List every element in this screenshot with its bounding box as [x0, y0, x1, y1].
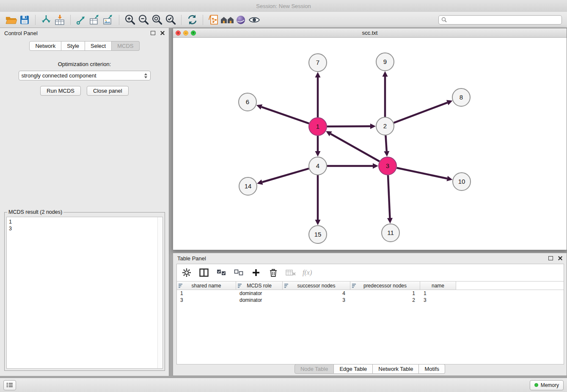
delete-column-button[interactable]	[268, 267, 279, 278]
column-header-shared-name[interactable]: shared name	[177, 282, 236, 290]
add-column-button[interactable]	[250, 267, 261, 278]
open-session-button[interactable]	[4, 14, 18, 26]
zoom-selected-button[interactable]	[164, 14, 177, 26]
zoom-out-button[interactable]	[137, 14, 150, 26]
new-network-from-selection-button[interactable]	[207, 14, 220, 26]
edge-arrowhead	[370, 124, 376, 129]
column-type-icon	[352, 284, 357, 288]
edge-3-10[interactable]	[397, 168, 447, 179]
vizmap-button[interactable]	[234, 14, 248, 26]
column-label: name	[432, 283, 444, 289]
table-cell[interactable]: 3	[420, 297, 456, 304]
table-cell[interactable]: dominator	[236, 297, 283, 304]
table-toolbar: f(x)	[177, 264, 564, 281]
column-header-mcds-role[interactable]: MCDS role	[236, 282, 283, 290]
zoom-in-button[interactable]	[123, 14, 137, 26]
tab-select[interactable]: Select	[85, 41, 112, 51]
import-network-from-file-button[interactable]	[39, 14, 53, 26]
column-header-name[interactable]: name	[420, 282, 456, 290]
table-settings-button[interactable]	[181, 267, 192, 278]
table-cell[interactable]: 1	[350, 290, 420, 297]
list-icon	[6, 382, 13, 388]
network-window-title: scc.txt	[173, 30, 567, 36]
edge-3-11[interactable]	[388, 175, 390, 218]
close-panel-icon[interactable]	[558, 256, 562, 260]
network-node-14[interactable]: 14	[239, 177, 257, 195]
edge-1-2[interactable]	[327, 126, 370, 127]
tab-style[interactable]: Style	[61, 41, 85, 51]
close-panel-button[interactable]: Close panel	[87, 86, 129, 96]
edge-arrowhead	[373, 163, 378, 169]
table-cell[interactable]: 3	[177, 297, 236, 304]
network-node-11[interactable]: 11	[382, 224, 399, 242]
column-header-successor-nodes[interactable]: successor nodes	[283, 282, 350, 290]
table-cell[interactable]: 4	[283, 290, 350, 297]
criterion-dropdown[interactable]: strongly connected component	[19, 71, 151, 80]
zoom-fit-button[interactable]	[150, 14, 164, 26]
network-node-1[interactable]: 1	[309, 118, 327, 135]
task-history-button[interactable]	[3, 380, 16, 390]
run-mcds-button[interactable]: Run MCDS	[40, 86, 81, 96]
column-header-predecessor-nodes[interactable]: predecessor nodes	[350, 282, 420, 290]
table-cell[interactable]: 1	[177, 290, 236, 297]
scrollbar-track[interactable]	[157, 217, 162, 368]
network-node-3[interactable]: 3	[379, 157, 396, 175]
network-node-10[interactable]: 10	[453, 173, 471, 190]
table-cell[interactable]: 2	[350, 297, 420, 304]
svg-text:9: 9	[383, 58, 387, 65]
column-type-icon	[179, 284, 183, 288]
memory-button[interactable]: Memory	[530, 380, 564, 390]
tab-mcds[interactable]: MCDS	[112, 41, 139, 51]
edge-arrowhead	[256, 104, 262, 109]
tab-edge-table[interactable]: Edge Table	[334, 364, 373, 374]
mcds-buttons-row: Run MCDS Close panel	[0, 86, 169, 96]
edge-4-14[interactable]	[262, 168, 309, 182]
float-panel-icon[interactable]	[548, 256, 553, 260]
select-all-button[interactable]	[216, 267, 227, 278]
show-hide-button[interactable]	[248, 14, 261, 26]
network-node-7[interactable]: 7	[309, 54, 327, 72]
deselect-all-button[interactable]	[233, 267, 244, 278]
network-canvas[interactable]: 7968124314101511	[173, 38, 567, 250]
trash-icon	[269, 268, 278, 277]
edge-2-8[interactable]	[394, 102, 448, 123]
apply-layout-button[interactable]	[185, 14, 199, 26]
table-row[interactable]: 3dominator323	[177, 297, 564, 304]
tab-motifs[interactable]: Motifs	[419, 364, 445, 374]
network-node-15[interactable]: 15	[309, 226, 327, 243]
edge-2-3[interactable]	[385, 135, 386, 151]
edge-1-6[interactable]	[261, 107, 309, 124]
tab-network[interactable]: Network	[29, 41, 61, 51]
tab-node-table[interactable]: Node Table	[295, 364, 334, 374]
mcds-result-line: 1	[9, 218, 160, 225]
tab-network-table[interactable]: Network Table	[373, 364, 419, 374]
table-cell[interactable]: 1	[420, 290, 456, 297]
import-table-from-file-button[interactable]	[53, 14, 66, 26]
delete-table-button[interactable]	[285, 267, 296, 278]
two-houses-icon	[220, 15, 234, 25]
network-node-4[interactable]: 4	[309, 157, 327, 175]
table-cell[interactable]: 3	[283, 297, 350, 304]
table-row[interactable]: 1dominator411	[177, 290, 564, 297]
export-image-button[interactable]	[102, 14, 115, 26]
network-node-2[interactable]: 2	[376, 117, 394, 135]
function-builder-button[interactable]: f(x)	[303, 267, 312, 278]
mcds-result-box[interactable]: 1 3	[6, 217, 163, 369]
save-session-button[interactable]	[18, 14, 31, 26]
split-panel-button[interactable]	[198, 267, 209, 278]
search-icon	[441, 17, 447, 22]
export-network-button[interactable]	[74, 14, 88, 26]
first-neighbors-button[interactable]	[220, 14, 234, 26]
edge-3-1[interactable]	[330, 134, 379, 161]
close-panel-icon[interactable]	[160, 31, 165, 35]
search-box[interactable]	[438, 15, 562, 25]
export-table-button[interactable]	[88, 14, 102, 26]
save-icon	[19, 15, 30, 25]
search-input[interactable]	[449, 17, 559, 23]
network-node-6[interactable]: 6	[239, 93, 256, 111]
float-panel-icon[interactable]	[151, 31, 155, 35]
network-node-8[interactable]: 8	[452, 88, 470, 106]
network-node-9[interactable]: 9	[376, 53, 394, 71]
table-cell[interactable]: dominator	[236, 290, 283, 297]
network-window-titlebar[interactable]: scc.txt	[173, 28, 567, 38]
